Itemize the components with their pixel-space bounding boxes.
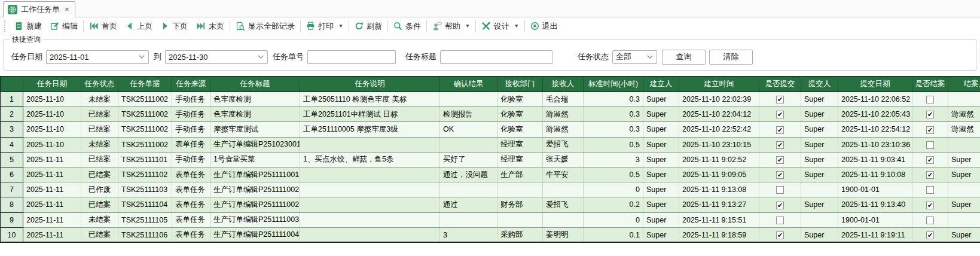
cell-closed[interactable] [912,167,948,182]
cell-doc[interactable]: TSK25111106 [118,227,172,242]
cell-doc[interactable]: TSK25111105 [118,212,172,227]
cell-title[interactable]: 色牢度检测 [210,107,300,122]
cell-creator[interactable]: Super [643,137,679,152]
condition-button[interactable]: 条件 [389,20,425,33]
cell-dept[interactable]: 化验室 [497,107,543,122]
cell-status[interactable]: 已结案 [81,152,118,167]
cell-confirm[interactable] [440,182,497,197]
cell-desc[interactable] [300,227,440,242]
cell-date[interactable]: 2025-11-11 [23,152,81,167]
design-button[interactable]: 设计 ▼ [477,20,523,33]
submitted-checkbox[interactable] [776,231,784,239]
cell-dept[interactable]: 生产部 [497,167,543,182]
cell-receiver[interactable]: 张天媛 [543,152,584,167]
column-header-submitted[interactable]: 是否提交 [759,77,801,92]
cell-created[interactable]: 2025-11-11 9:13:08 [679,182,759,197]
cell-submit_date[interactable]: 2025-11-11 9:19:11 [838,227,912,242]
closed-checkbox[interactable] [926,171,934,179]
cell-confirm[interactable] [440,212,497,227]
cell-closer[interactable] [948,182,980,197]
cell-receiver[interactable]: 爱招飞 [543,197,584,212]
cell-dept[interactable]: 财务部 [497,197,543,212]
cell-hours[interactable]: 0.1 [584,227,643,242]
new-button[interactable]: 新建 [10,20,46,33]
cell-closer[interactable] [948,92,980,107]
cell-title[interactable]: 1号食堂买菜 [210,152,300,167]
cell-submitted[interactable] [759,152,801,167]
cell-receiver[interactable] [543,212,584,227]
column-header-closed[interactable]: 是否结案 [912,77,948,92]
cell-confirm[interactable]: 买好了 [440,152,497,167]
closed-checkbox[interactable] [926,111,934,118]
cell-receiver[interactable]: 姜明明 [543,227,584,242]
cell-submit_date[interactable]: 2025-11-11 9:13:40 [838,197,912,212]
refresh-button[interactable]: 刷新 [350,20,386,33]
cell-closer[interactable]: 游淑然 [948,107,980,122]
table-row[interactable]: 52025-11-11已结案TSK25111101手动任务1号食堂买菜1、买点水… [1,152,980,167]
cell-receiver[interactable] [543,182,584,197]
help-button[interactable]: 帮助 ▼ [428,20,474,33]
design-dropdown-arrow[interactable]: ▼ [514,23,519,29]
column-header-source[interactable]: 任务来源 [172,77,210,92]
cell-status[interactable]: 未结案 [81,137,118,152]
closed-checkbox[interactable] [926,141,934,149]
cell-submitter[interactable]: Super [801,122,838,137]
column-header-desc[interactable]: 任务说明 [300,77,440,92]
cell-created[interactable]: 2025-11-10 22:02:39 [679,92,759,107]
cell-receiver[interactable]: 游淑然 [543,107,584,122]
cell-dept[interactable] [497,182,543,197]
column-header-creator[interactable]: 建立人 [643,77,679,92]
submitted-checkbox[interactable] [776,171,784,179]
cell-created[interactable]: 2025-11-10 22:04:12 [679,107,759,122]
column-header-status[interactable]: 任务状态 [81,77,118,92]
cell-closer[interactable]: Super [948,197,980,212]
closed-checkbox[interactable] [926,231,934,239]
cell-status[interactable]: 未结案 [81,92,118,107]
cell-created[interactable]: 2025-11-11 9:15:51 [679,212,759,227]
cell-closed[interactable] [912,152,948,167]
closed-checkbox[interactable] [926,186,934,194]
cell-status[interactable]: 已作废 [81,182,118,197]
cell-status[interactable]: 已结案 [81,197,118,212]
cell-creator[interactable]: Super [643,152,679,167]
cell-closer[interactable]: 游淑然 [948,122,980,137]
cell-dept[interactable]: 化验室 [497,92,543,107]
cell-source[interactable]: 表单任务 [172,212,210,227]
cell-source[interactable]: 手动任务 [172,107,210,122]
column-header-dept[interactable]: 接收部门 [497,77,543,92]
cell-receiver[interactable]: 牛平安 [543,167,584,182]
cell-closer[interactable]: Super [948,167,980,182]
cell-doc[interactable]: TSK25111002 [118,122,172,137]
search-button[interactable]: 查询 [662,50,706,65]
cell-dept[interactable]: 采购部 [497,227,543,242]
cell-submitter[interactable]: Super [801,92,838,107]
submitted-checkbox[interactable] [776,141,784,149]
submitted-checkbox[interactable] [776,96,784,103]
cell-hours[interactable]: 3 [584,152,643,167]
table-row[interactable]: 72025-11-11已作废TSK25111103表单任务生产订单编辑P2511… [1,182,980,197]
cell-creator[interactable]: Super [643,167,679,182]
column-header-date[interactable]: 任务日期 [23,77,81,92]
cell-dept[interactable] [497,212,543,227]
cell-dept[interactable]: 经理室 [497,137,543,152]
cell-creator[interactable]: Super [643,197,679,212]
cell-closed[interactable] [912,227,948,242]
column-header-rownum[interactable] [1,77,23,92]
cell-dept[interactable]: 化验室 [497,122,543,137]
closed-checkbox[interactable] [926,202,934,209]
table-row[interactable]: 32025-11-10已结案TSK25111002手动任务摩擦牢度测试工单251… [1,122,980,137]
cell-desc[interactable]: 1、买点水饺、鲜菇，鱼5条 [300,152,440,167]
cell-hours[interactable]: 0.3 [584,107,643,122]
cell-hours[interactable]: 0.3 [584,122,643,137]
cell-created[interactable]: 2025-11-11 9:18:59 [679,227,759,242]
cell-submitter[interactable]: Super [801,227,838,242]
next-page-button[interactable]: 下页 [157,20,192,33]
cell-date[interactable]: 2025-11-10 [23,122,81,137]
cell-created[interactable]: 2025-11-11 9:13:27 [679,197,759,212]
cell-desc[interactable] [300,182,440,197]
cell-hours[interactable]: 0 [584,182,643,197]
task-date-to-combo[interactable]: 2025-11-30 [165,50,268,64]
cell-closer[interactable]: Super [948,227,980,242]
cell-desc[interactable] [300,197,440,212]
cell-title[interactable]: 生产订单编辑P251111002 [210,182,300,197]
